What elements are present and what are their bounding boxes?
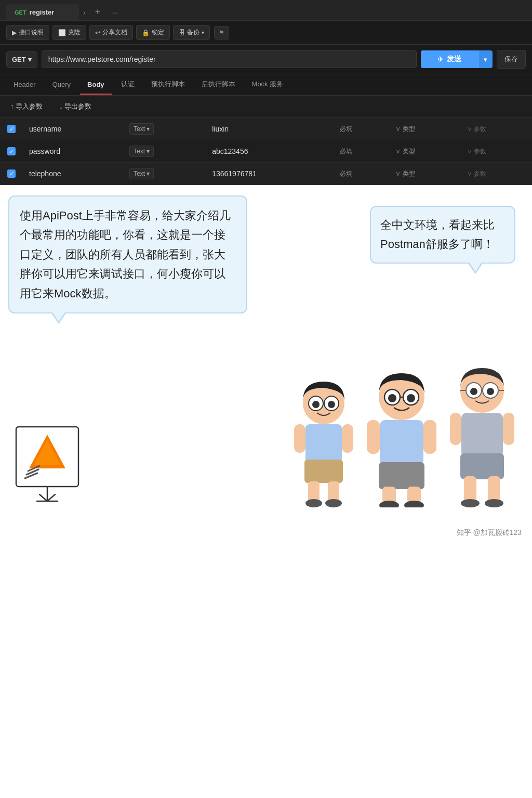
svg-rect-31	[380, 420, 423, 466]
required-label-telephone: 必填	[340, 170, 352, 177]
table-row: ✓ password Text ▾ abc123456 必填	[0, 140, 532, 163]
field-value-telephone: 13661976781	[212, 169, 257, 178]
value-cell: liuxin	[206, 118, 334, 140]
svg-rect-47	[461, 413, 503, 457]
checkbox-username[interactable]: ✓	[7, 125, 16, 133]
interface-doc-button[interactable]: ▶ 接口说明	[6, 25, 49, 40]
type-label-username: ∨ 类型	[395, 125, 415, 133]
tab-pre-script[interactable]: 预执行脚本	[144, 74, 192, 95]
footer: 知乎 @加瓦搬砖123	[0, 523, 532, 543]
value-cell: abc123456	[206, 140, 334, 163]
checkbox-cell: ✓	[0, 140, 23, 163]
tab-post-script[interactable]: 后执行脚本	[194, 74, 243, 95]
api-dark-bg: GET register › + ··· ▶ 接口说明 ⬜ 克隆 ↩ 分享文档 …	[0, 0, 532, 185]
chevron-down-icon: ▾	[202, 30, 204, 35]
characters-area	[8, 357, 524, 507]
tab-header[interactable]: Header	[6, 75, 43, 95]
more-label-cell: ∨ 参数	[461, 118, 532, 140]
required-cell: 必填	[334, 118, 389, 140]
checkbox-telephone[interactable]: ✓	[7, 169, 16, 178]
comic-section: 使用ApiPost上手非常容易，给大家介绍几个最常用的功能吧，你看，这就是一个接…	[0, 185, 532, 523]
logo-board-svg	[14, 424, 81, 507]
svg-rect-23	[294, 424, 305, 453]
checkbox-cell: ✓	[0, 118, 23, 140]
svg-point-14	[312, 401, 320, 408]
tab-arrow-icon: ›	[81, 6, 88, 19]
svg-rect-48	[460, 453, 504, 479]
required-label-password: 必填	[340, 148, 352, 155]
svg-rect-53	[450, 413, 461, 445]
type-badge-telephone[interactable]: Text ▾	[129, 168, 154, 179]
backup-icon: 🗄	[179, 29, 185, 36]
sub-tabs: Header Query Body 认证 预执行脚本 后执行脚本 Mock 服务	[0, 74, 532, 96]
share-doc-button[interactable]: ↩ 分享文档	[89, 25, 133, 40]
tab-name: register	[30, 8, 55, 16]
type-chevron-icon: ▾	[147, 125, 150, 133]
svg-rect-17	[305, 424, 342, 463]
method-select[interactable]: GET ▾	[6, 51, 37, 68]
toolbar: ▶ 接口说明 ⬜ 克隆 ↩ 分享文档 🔒 锁定 🗄 备份 ▾ ⚑	[0, 21, 532, 45]
export-params-button[interactable]: ↓ 导出参数	[55, 100, 96, 113]
more-label-username: ∨ 参数	[467, 125, 486, 133]
character-1-svg	[290, 372, 357, 507]
more-label-cell: ∨ 参数	[461, 163, 532, 185]
tab-add-button[interactable]: +	[90, 5, 106, 20]
svg-point-52	[485, 499, 503, 507]
tab-query[interactable]: Query	[45, 75, 78, 95]
type-badge-username[interactable]: Text ▾	[129, 123, 154, 135]
svg-rect-49	[464, 476, 476, 502]
tab-mock[interactable]: Mock 服务	[245, 74, 291, 95]
type-label-cell: ∨ 类型	[389, 140, 460, 163]
play-icon: ▶	[12, 29, 17, 36]
more-label-password: ∨ 参数	[467, 148, 486, 155]
type-badge-password[interactable]: Text ▾	[129, 146, 154, 157]
svg-point-28	[388, 394, 396, 402]
speech-right-text: 全中文环境，看起来比Postman舒服多了啊！	[380, 218, 495, 251]
speech-area: 使用ApiPost上手非常容易，给大家介绍几个最常用的功能吧，你看，这就是一个接…	[8, 195, 524, 341]
svg-rect-24	[342, 424, 353, 453]
checkbox-cell: ✓	[0, 163, 23, 185]
svg-point-35	[379, 501, 399, 507]
tab-body[interactable]: Body	[80, 75, 112, 95]
lock-icon: 🔒	[142, 29, 150, 36]
tab-more-button[interactable]: ···	[108, 6, 122, 19]
field-value-password: abc123456	[212, 147, 248, 155]
svg-line-9	[39, 494, 47, 501]
field-name-password: password	[29, 147, 60, 155]
table-row: ✓ username Text ▾ liuxin 必填	[0, 118, 532, 140]
svg-point-36	[404, 501, 424, 507]
svg-point-51	[461, 499, 480, 507]
flag-button[interactable]: ⚑	[214, 26, 229, 40]
cartoon-characters	[290, 357, 518, 507]
type-label-cell: ∨ 类型	[389, 163, 460, 185]
field-name-cell: telephone	[23, 163, 123, 185]
tab-auth[interactable]: 认证	[114, 74, 142, 95]
send-button[interactable]: ✈ 发送	[421, 50, 478, 68]
svg-point-22	[325, 499, 342, 507]
method-badge: GET	[15, 9, 26, 16]
save-button[interactable]: 保存	[497, 50, 526, 69]
type-cell: Text ▾	[123, 140, 206, 163]
import-params-button[interactable]: ↑ 导入参数	[6, 100, 47, 113]
send-dropdown-button[interactable]: ▾	[478, 50, 493, 68]
svg-rect-32	[379, 462, 424, 489]
svg-line-10	[47, 494, 55, 501]
lock-button[interactable]: 🔒 锁定	[136, 25, 170, 40]
url-input[interactable]	[42, 50, 417, 68]
required-cell: 必填	[334, 163, 389, 185]
share-icon: ↩	[95, 29, 100, 36]
more-label-cell: ∨ 参数	[461, 140, 532, 163]
footer-text: 知乎 @加瓦搬砖123	[457, 528, 522, 537]
backup-button[interactable]: 🗄 备份 ▾	[173, 25, 210, 40]
api-tab[interactable]: GET register	[6, 4, 79, 20]
field-name-telephone: telephone	[29, 169, 61, 178]
value-cell: 13661976781	[206, 163, 334, 185]
clone-button[interactable]: ⬜ 克隆	[52, 25, 86, 40]
checkbox-password[interactable]: ✓	[7, 147, 16, 155]
send-group: ✈ 发送 ▾	[421, 50, 493, 68]
svg-rect-50	[488, 476, 500, 502]
type-cell: Text ▾	[123, 163, 206, 185]
type-label-telephone: ∨ 类型	[395, 170, 415, 177]
svg-rect-37	[367, 420, 380, 454]
flag-icon: ⚑	[219, 29, 224, 36]
